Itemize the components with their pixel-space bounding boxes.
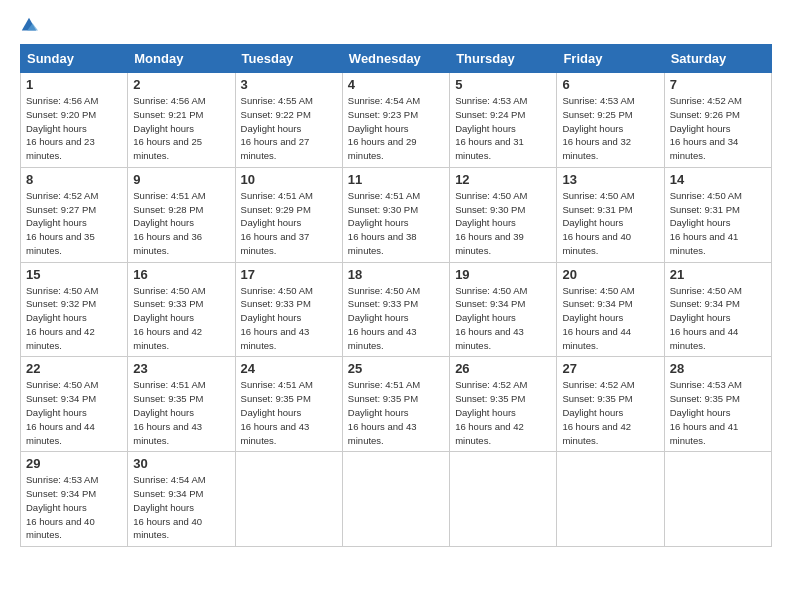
day-number: 8 [26, 172, 122, 187]
day-number: 22 [26, 361, 122, 376]
day-number: 5 [455, 77, 551, 92]
calendar-cell: 11 Sunrise: 4:51 AMSunset: 9:30 PMDaylig… [342, 167, 449, 262]
day-info: Sunrise: 4:50 AMSunset: 9:34 PMDaylight … [26, 379, 98, 445]
day-info: Sunrise: 4:56 AMSunset: 9:21 PMDaylight … [133, 95, 205, 161]
day-number: 1 [26, 77, 122, 92]
day-info: Sunrise: 4:52 AMSunset: 9:35 PMDaylight … [562, 379, 634, 445]
calendar-cell: 2 Sunrise: 4:56 AMSunset: 9:21 PMDayligh… [128, 73, 235, 168]
day-info: Sunrise: 4:54 AMSunset: 9:34 PMDaylight … [133, 474, 205, 540]
calendar-cell: 7 Sunrise: 4:52 AMSunset: 9:26 PMDayligh… [664, 73, 771, 168]
day-number: 25 [348, 361, 444, 376]
day-number: 3 [241, 77, 337, 92]
calendar-cell: 6 Sunrise: 4:53 AMSunset: 9:25 PMDayligh… [557, 73, 664, 168]
day-number: 20 [562, 267, 658, 282]
day-number: 7 [670, 77, 766, 92]
day-number: 9 [133, 172, 229, 187]
day-info: Sunrise: 4:53 AMSunset: 9:25 PMDaylight … [562, 95, 634, 161]
day-info: Sunrise: 4:51 AMSunset: 9:35 PMDaylight … [133, 379, 205, 445]
calendar-table: SundayMondayTuesdayWednesdayThursdayFrid… [20, 44, 772, 547]
day-info: Sunrise: 4:51 AMSunset: 9:35 PMDaylight … [241, 379, 313, 445]
day-number: 28 [670, 361, 766, 376]
day-number: 10 [241, 172, 337, 187]
calendar-cell: 16 Sunrise: 4:50 AMSunset: 9:33 PMDaylig… [128, 262, 235, 357]
calendar-cell: 9 Sunrise: 4:51 AMSunset: 9:28 PMDayligh… [128, 167, 235, 262]
day-number: 27 [562, 361, 658, 376]
page: SundayMondayTuesdayWednesdayThursdayFrid… [0, 0, 792, 563]
day-number: 14 [670, 172, 766, 187]
calendar-cell [235, 452, 342, 547]
day-info: Sunrise: 4:51 AMSunset: 9:30 PMDaylight … [348, 190, 420, 256]
header-monday: Monday [128, 45, 235, 73]
calendar-cell: 8 Sunrise: 4:52 AMSunset: 9:27 PMDayligh… [21, 167, 128, 262]
logo [20, 16, 46, 34]
calendar-cell: 25 Sunrise: 4:51 AMSunset: 9:35 PMDaylig… [342, 357, 449, 452]
day-info: Sunrise: 4:50 AMSunset: 9:33 PMDaylight … [133, 285, 205, 351]
day-number: 19 [455, 267, 551, 282]
calendar-cell: 20 Sunrise: 4:50 AMSunset: 9:34 PMDaylig… [557, 262, 664, 357]
day-info: Sunrise: 4:50 AMSunset: 9:30 PMDaylight … [455, 190, 527, 256]
day-info: Sunrise: 4:50 AMSunset: 9:34 PMDaylight … [562, 285, 634, 351]
day-number: 11 [348, 172, 444, 187]
day-info: Sunrise: 4:56 AMSunset: 9:20 PMDaylight … [26, 95, 98, 161]
calendar-cell [342, 452, 449, 547]
day-info: Sunrise: 4:50 AMSunset: 9:33 PMDaylight … [348, 285, 420, 351]
calendar-header-row: SundayMondayTuesdayWednesdayThursdayFrid… [21, 45, 772, 73]
day-info: Sunrise: 4:50 AMSunset: 9:31 PMDaylight … [670, 190, 742, 256]
calendar-week-1: 8 Sunrise: 4:52 AMSunset: 9:27 PMDayligh… [21, 167, 772, 262]
calendar-cell: 19 Sunrise: 4:50 AMSunset: 9:34 PMDaylig… [450, 262, 557, 357]
header-wednesday: Wednesday [342, 45, 449, 73]
calendar-cell: 17 Sunrise: 4:50 AMSunset: 9:33 PMDaylig… [235, 262, 342, 357]
day-number: 4 [348, 77, 444, 92]
day-info: Sunrise: 4:51 AMSunset: 9:29 PMDaylight … [241, 190, 313, 256]
day-info: Sunrise: 4:53 AMSunset: 9:35 PMDaylight … [670, 379, 742, 445]
logo-icon [20, 16, 38, 34]
calendar-week-4: 29 Sunrise: 4:53 AMSunset: 9:34 PMDaylig… [21, 452, 772, 547]
header-friday: Friday [557, 45, 664, 73]
calendar-week-2: 15 Sunrise: 4:50 AMSunset: 9:32 PMDaylig… [21, 262, 772, 357]
calendar-cell [664, 452, 771, 547]
day-info: Sunrise: 4:50 AMSunset: 9:32 PMDaylight … [26, 285, 98, 351]
day-number: 18 [348, 267, 444, 282]
day-number: 15 [26, 267, 122, 282]
header [20, 16, 772, 34]
calendar-cell: 10 Sunrise: 4:51 AMSunset: 9:29 PMDaylig… [235, 167, 342, 262]
calendar-cell: 28 Sunrise: 4:53 AMSunset: 9:35 PMDaylig… [664, 357, 771, 452]
calendar-cell: 18 Sunrise: 4:50 AMSunset: 9:33 PMDaylig… [342, 262, 449, 357]
day-number: 24 [241, 361, 337, 376]
day-info: Sunrise: 4:50 AMSunset: 9:33 PMDaylight … [241, 285, 313, 351]
day-number: 6 [562, 77, 658, 92]
calendar-cell [557, 452, 664, 547]
day-info: Sunrise: 4:51 AMSunset: 9:35 PMDaylight … [348, 379, 420, 445]
day-number: 17 [241, 267, 337, 282]
day-info: Sunrise: 4:50 AMSunset: 9:31 PMDaylight … [562, 190, 634, 256]
day-number: 2 [133, 77, 229, 92]
day-info: Sunrise: 4:52 AMSunset: 9:27 PMDaylight … [26, 190, 98, 256]
header-thursday: Thursday [450, 45, 557, 73]
day-info: Sunrise: 4:54 AMSunset: 9:23 PMDaylight … [348, 95, 420, 161]
header-saturday: Saturday [664, 45, 771, 73]
calendar-cell: 12 Sunrise: 4:50 AMSunset: 9:30 PMDaylig… [450, 167, 557, 262]
day-number: 23 [133, 361, 229, 376]
calendar-cell: 29 Sunrise: 4:53 AMSunset: 9:34 PMDaylig… [21, 452, 128, 547]
day-info: Sunrise: 4:52 AMSunset: 9:26 PMDaylight … [670, 95, 742, 161]
day-number: 30 [133, 456, 229, 471]
calendar-week-0: 1 Sunrise: 4:56 AMSunset: 9:20 PMDayligh… [21, 73, 772, 168]
calendar-cell [450, 452, 557, 547]
day-number: 12 [455, 172, 551, 187]
day-number: 21 [670, 267, 766, 282]
day-info: Sunrise: 4:53 AMSunset: 9:34 PMDaylight … [26, 474, 98, 540]
day-info: Sunrise: 4:50 AMSunset: 9:34 PMDaylight … [455, 285, 527, 351]
calendar-cell: 13 Sunrise: 4:50 AMSunset: 9:31 PMDaylig… [557, 167, 664, 262]
header-sunday: Sunday [21, 45, 128, 73]
calendar-cell: 4 Sunrise: 4:54 AMSunset: 9:23 PMDayligh… [342, 73, 449, 168]
day-info: Sunrise: 4:53 AMSunset: 9:24 PMDaylight … [455, 95, 527, 161]
calendar-cell: 15 Sunrise: 4:50 AMSunset: 9:32 PMDaylig… [21, 262, 128, 357]
day-info: Sunrise: 4:50 AMSunset: 9:34 PMDaylight … [670, 285, 742, 351]
calendar-week-3: 22 Sunrise: 4:50 AMSunset: 9:34 PMDaylig… [21, 357, 772, 452]
day-number: 26 [455, 361, 551, 376]
calendar-cell: 26 Sunrise: 4:52 AMSunset: 9:35 PMDaylig… [450, 357, 557, 452]
calendar-cell: 5 Sunrise: 4:53 AMSunset: 9:24 PMDayligh… [450, 73, 557, 168]
calendar-cell: 3 Sunrise: 4:55 AMSunset: 9:22 PMDayligh… [235, 73, 342, 168]
day-info: Sunrise: 4:55 AMSunset: 9:22 PMDaylight … [241, 95, 313, 161]
day-number: 16 [133, 267, 229, 282]
